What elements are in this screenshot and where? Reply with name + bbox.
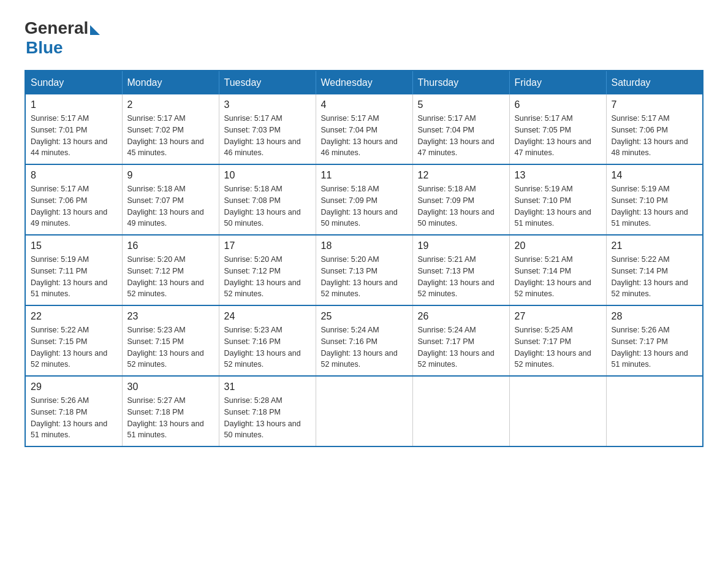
calendar-day-cell: 7 Sunrise: 5:17 AM Sunset: 7:06 PM Dayli… <box>606 94 703 164</box>
day-info: Sunrise: 5:17 AM Sunset: 7:01 PM Dayligh… <box>31 113 117 159</box>
day-number: 12 <box>418 170 504 181</box>
calendar-week-row: 15 Sunrise: 5:19 AM Sunset: 7:11 PM Dayl… <box>25 235 703 305</box>
calendar-day-cell: 5 Sunrise: 5:17 AM Sunset: 7:04 PM Dayli… <box>412 94 509 164</box>
day-number: 7 <box>612 99 698 110</box>
calendar-week-row: 8 Sunrise: 5:17 AM Sunset: 7:06 PM Dayli… <box>25 164 703 235</box>
calendar-day-cell: 8 Sunrise: 5:17 AM Sunset: 7:06 PM Dayli… <box>25 164 122 235</box>
day-info: Sunrise: 5:24 AM Sunset: 7:16 PM Dayligh… <box>321 324 408 370</box>
day-info: Sunrise: 5:28 AM Sunset: 7:18 PM Dayligh… <box>224 395 311 441</box>
calendar-day-cell: 24 Sunrise: 5:23 AM Sunset: 7:16 PM Dayl… <box>219 305 316 376</box>
calendar-day-header: Tuesday <box>219 71 316 94</box>
day-number: 25 <box>321 311 408 322</box>
day-info: Sunrise: 5:20 AM Sunset: 7:13 PM Dayligh… <box>321 254 408 300</box>
calendar-day-cell: 3 Sunrise: 5:17 AM Sunset: 7:03 PM Dayli… <box>219 94 316 164</box>
calendar-day-cell <box>316 376 412 446</box>
day-number: 27 <box>515 311 601 322</box>
day-info: Sunrise: 5:17 AM Sunset: 7:06 PM Dayligh… <box>31 183 117 229</box>
day-number: 8 <box>31 170 117 181</box>
day-info: Sunrise: 5:19 AM Sunset: 7:11 PM Dayligh… <box>31 254 117 300</box>
day-number: 16 <box>127 240 214 251</box>
calendar-day-cell: 28 Sunrise: 5:26 AM Sunset: 7:17 PM Dayl… <box>606 305 703 376</box>
calendar-day-cell <box>412 376 509 446</box>
day-info: Sunrise: 5:19 AM Sunset: 7:10 PM Dayligh… <box>515 183 601 229</box>
day-info: Sunrise: 5:19 AM Sunset: 7:10 PM Dayligh… <box>612 183 698 229</box>
day-number: 30 <box>127 381 214 393</box>
calendar-day-header: Sunday <box>25 71 122 94</box>
day-number: 19 <box>418 240 504 251</box>
day-number: 26 <box>418 311 504 322</box>
day-number: 20 <box>515 240 601 251</box>
calendar-day-cell: 29 Sunrise: 5:26 AM Sunset: 7:18 PM Dayl… <box>25 376 122 446</box>
day-number: 22 <box>31 311 117 322</box>
day-number: 15 <box>31 240 117 251</box>
day-info: Sunrise: 5:23 AM Sunset: 7:16 PM Dayligh… <box>224 324 311 370</box>
calendar-day-cell: 11 Sunrise: 5:18 AM Sunset: 7:09 PM Dayl… <box>316 164 412 235</box>
day-number: 2 <box>127 99 214 110</box>
calendar-day-cell: 17 Sunrise: 5:20 AM Sunset: 7:12 PM Dayl… <box>219 235 316 305</box>
day-number: 29 <box>31 381 117 393</box>
calendar-day-header: Wednesday <box>316 71 412 94</box>
day-info: Sunrise: 5:17 AM Sunset: 7:06 PM Dayligh… <box>612 113 698 159</box>
day-info: Sunrise: 5:18 AM Sunset: 7:08 PM Dayligh… <box>224 183 311 229</box>
day-info: Sunrise: 5:27 AM Sunset: 7:18 PM Dayligh… <box>127 395 214 441</box>
day-info: Sunrise: 5:18 AM Sunset: 7:09 PM Dayligh… <box>321 183 408 229</box>
calendar-day-cell <box>606 376 703 446</box>
calendar-day-cell: 9 Sunrise: 5:18 AM Sunset: 7:07 PM Dayli… <box>122 164 219 235</box>
day-info: Sunrise: 5:25 AM Sunset: 7:17 PM Dayligh… <box>515 324 601 370</box>
calendar-day-cell: 25 Sunrise: 5:24 AM Sunset: 7:16 PM Dayl… <box>316 305 412 376</box>
day-number: 13 <box>515 170 601 181</box>
calendar-week-row: 1 Sunrise: 5:17 AM Sunset: 7:01 PM Dayli… <box>25 94 703 164</box>
calendar-day-cell: 14 Sunrise: 5:19 AM Sunset: 7:10 PM Dayl… <box>606 164 703 235</box>
day-info: Sunrise: 5:22 AM Sunset: 7:14 PM Dayligh… <box>612 254 698 300</box>
day-number: 23 <box>127 311 214 322</box>
calendar-day-cell: 20 Sunrise: 5:21 AM Sunset: 7:14 PM Dayl… <box>509 235 606 305</box>
day-info: Sunrise: 5:20 AM Sunset: 7:12 PM Dayligh… <box>127 254 214 300</box>
day-info: Sunrise: 5:17 AM Sunset: 7:03 PM Dayligh… <box>224 113 311 159</box>
calendar-day-cell: 26 Sunrise: 5:24 AM Sunset: 7:17 PM Dayl… <box>412 305 509 376</box>
logo: General Blue <box>25 18 100 58</box>
calendar-day-cell: 23 Sunrise: 5:23 AM Sunset: 7:15 PM Dayl… <box>122 305 219 376</box>
calendar-table: SundayMondayTuesdayWednesdayThursdayFrid… <box>25 70 703 447</box>
calendar-day-cell: 13 Sunrise: 5:19 AM Sunset: 7:10 PM Dayl… <box>509 164 606 235</box>
calendar-day-cell: 30 Sunrise: 5:27 AM Sunset: 7:18 PM Dayl… <box>122 376 219 446</box>
day-info: Sunrise: 5:24 AM Sunset: 7:17 PM Dayligh… <box>418 324 504 370</box>
day-number: 3 <box>224 99 311 110</box>
day-info: Sunrise: 5:21 AM Sunset: 7:14 PM Dayligh… <box>515 254 601 300</box>
day-number: 9 <box>127 170 214 181</box>
day-number: 10 <box>224 170 311 181</box>
calendar-header-row: SundayMondayTuesdayWednesdayThursdayFrid… <box>25 71 703 94</box>
logo-triangle-icon <box>90 25 100 35</box>
calendar-day-cell: 6 Sunrise: 5:17 AM Sunset: 7:05 PM Dayli… <box>509 94 606 164</box>
day-info: Sunrise: 5:21 AM Sunset: 7:13 PM Dayligh… <box>418 254 504 300</box>
calendar-week-row: 22 Sunrise: 5:22 AM Sunset: 7:15 PM Dayl… <box>25 305 703 376</box>
logo-blue-text: Blue <box>26 38 63 58</box>
day-number: 18 <box>321 240 408 251</box>
day-number: 24 <box>224 311 311 322</box>
calendar-day-header: Thursday <box>412 71 509 94</box>
calendar-day-cell: 12 Sunrise: 5:18 AM Sunset: 7:09 PM Dayl… <box>412 164 509 235</box>
day-info: Sunrise: 5:17 AM Sunset: 7:05 PM Dayligh… <box>515 113 601 159</box>
calendar-day-cell: 4 Sunrise: 5:17 AM Sunset: 7:04 PM Dayli… <box>316 94 412 164</box>
calendar-day-cell: 18 Sunrise: 5:20 AM Sunset: 7:13 PM Dayl… <box>316 235 412 305</box>
page-header: General Blue <box>25 18 703 58</box>
day-info: Sunrise: 5:26 AM Sunset: 7:17 PM Dayligh… <box>612 324 698 370</box>
day-info: Sunrise: 5:20 AM Sunset: 7:12 PM Dayligh… <box>224 254 311 300</box>
day-number: 28 <box>612 311 698 322</box>
day-info: Sunrise: 5:22 AM Sunset: 7:15 PM Dayligh… <box>31 324 117 370</box>
calendar-day-cell: 27 Sunrise: 5:25 AM Sunset: 7:17 PM Dayl… <box>509 305 606 376</box>
day-number: 14 <box>612 170 698 181</box>
day-info: Sunrise: 5:26 AM Sunset: 7:18 PM Dayligh… <box>31 395 117 441</box>
day-number: 1 <box>31 99 117 110</box>
calendar-day-cell: 10 Sunrise: 5:18 AM Sunset: 7:08 PM Dayl… <box>219 164 316 235</box>
calendar-day-cell: 15 Sunrise: 5:19 AM Sunset: 7:11 PM Dayl… <box>25 235 122 305</box>
day-number: 4 <box>321 99 408 110</box>
calendar-day-cell: 21 Sunrise: 5:22 AM Sunset: 7:14 PM Dayl… <box>606 235 703 305</box>
calendar-day-cell: 19 Sunrise: 5:21 AM Sunset: 7:13 PM Dayl… <box>412 235 509 305</box>
calendar-day-header: Saturday <box>606 71 703 94</box>
day-number: 6 <box>515 99 601 110</box>
day-number: 31 <box>224 381 311 393</box>
calendar-day-cell <box>509 376 606 446</box>
day-info: Sunrise: 5:17 AM Sunset: 7:04 PM Dayligh… <box>321 113 408 159</box>
calendar-week-row: 29 Sunrise: 5:26 AM Sunset: 7:18 PM Dayl… <box>25 376 703 446</box>
day-number: 17 <box>224 240 311 251</box>
